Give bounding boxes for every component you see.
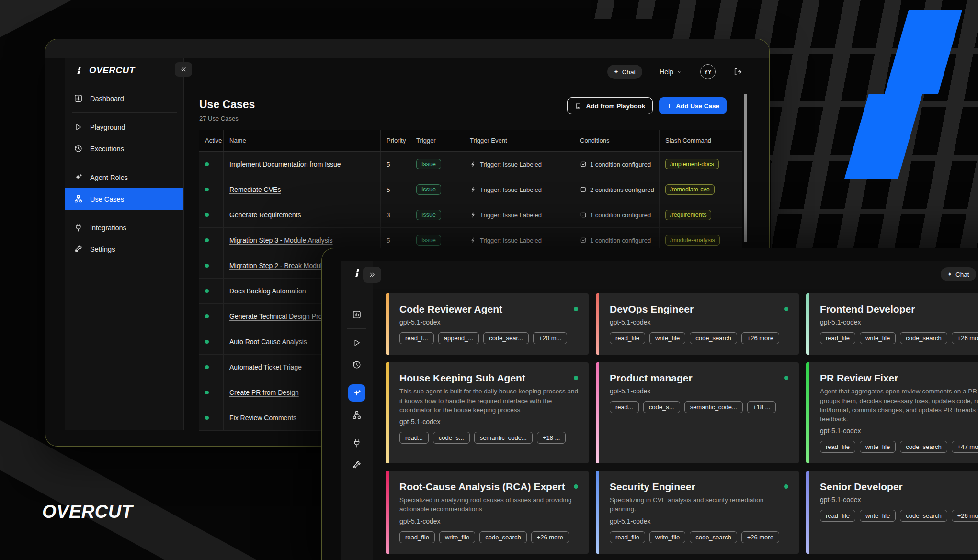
use-case-name-link[interactable]: Generate Requirements: [229, 211, 301, 219]
chat-button[interactable]: ✦ Chat: [941, 267, 976, 281]
table-row[interactable]: Implement Documentation from Issue5Issue…: [199, 152, 742, 177]
agent-card-title: Security Engineer: [610, 481, 695, 493]
sidebar-item-dashboard[interactable]: Dashboard: [65, 88, 183, 109]
overcut-slash-icon: [74, 65, 83, 76]
agent-status-dot: [784, 376, 788, 380]
collapse-sidebar-button[interactable]: [175, 62, 192, 77]
trigger-event-text: Trigger: Issue Labeled: [480, 212, 542, 219]
chevron-down-icon: [676, 68, 683, 75]
agent-roles-window: ✦ Chat Help Code Reviewer Agentgpt-5.1-c…: [321, 248, 978, 560]
chat-button[interactable]: ✦ Chat: [607, 65, 643, 79]
agent-card-senior-developer[interactable]: Senior Developergpt-5.1-codexread_filewr…: [806, 471, 978, 554]
rail-item-sparkle[interactable]: [348, 384, 365, 402]
sidebar-item-integrations[interactable]: Integrations: [65, 217, 183, 238]
rail-item-play[interactable]: [346, 332, 368, 354]
dashboard-icon: [352, 310, 362, 319]
column-header-trigger-event: Trigger Event: [464, 130, 574, 151]
sidebar-item-executions[interactable]: Executions: [65, 138, 183, 159]
scrollbar-thumb[interactable]: [744, 94, 747, 242]
tool-chip: code_s...: [643, 401, 680, 413]
logout-icon[interactable]: [733, 67, 742, 77]
agent-card-devops-engineer[interactable]: DevOps Engineergpt-5.1-codexread_filewri…: [596, 293, 799, 355]
trigger-event-text: Trigger: Issue Labeled: [480, 237, 542, 244]
rail-item-plug[interactable]: [346, 432, 368, 454]
table-row[interactable]: Generate Requirements3IssueTrigger: Issu…: [199, 202, 742, 228]
active-status-dot: [205, 188, 209, 191]
agent-card-product-manager[interactable]: Product managergpt-5.1-codexread...code_…: [596, 362, 799, 463]
use-case-name-link[interactable]: Remediate CVEs: [229, 186, 281, 193]
book-icon: [575, 102, 582, 110]
tool-chip: +26 more: [741, 332, 779, 344]
agent-model: gpt-5.1-codex: [610, 387, 788, 395]
sidebar-item-agent-roles[interactable]: Agent Roles: [65, 167, 183, 188]
orgchart-icon: [74, 194, 83, 203]
help-menu[interactable]: Help: [660, 68, 683, 76]
rail-item-history[interactable]: [346, 354, 368, 376]
use-case-name-link[interactable]: Create PR from Design: [229, 389, 299, 396]
sidebar-item-use-cases[interactable]: Use Cases: [65, 188, 183, 210]
priority-value: 5: [387, 237, 390, 244]
avatar[interactable]: YY: [700, 64, 716, 79]
active-status-dot: [205, 416, 209, 420]
agent-card-frontend-developer[interactable]: Frontend Developergpt-5.1-codexread_file…: [806, 293, 978, 355]
agent-card-security-engineer[interactable]: Security EngineerSpecializing in CVE ana…: [596, 471, 799, 554]
sidebar-item-label: Settings: [90, 246, 115, 253]
sidebar-item-settings[interactable]: Settings: [65, 238, 183, 260]
app-header: ✦ Chat Help: [373, 261, 978, 289]
tool-chip: write_file: [860, 441, 896, 453]
rail-item-tools[interactable]: [346, 454, 368, 476]
window-top-strip: [45, 39, 769, 58]
table-header-row: ActiveNamePriorityTriggerTrigger EventCo…: [199, 130, 742, 152]
overcut-slash-icon: [352, 267, 362, 279]
dashboard-icon: [74, 94, 83, 103]
active-status-dot: [205, 391, 209, 394]
tool-chip: code_search: [690, 531, 737, 543]
agent-card-title: PR Review Fixer: [820, 372, 898, 384]
agent-card-pr-review-fixer[interactable]: PR Review FixerAgent that aggregates ope…: [806, 362, 978, 463]
use-case-name-link[interactable]: Fix Review Comments: [229, 414, 296, 422]
plug-icon: [352, 438, 362, 448]
active-status-dot: [205, 314, 209, 318]
use-case-name-link[interactable]: Implement Documentation from Issue: [229, 160, 341, 168]
use-case-name-link[interactable]: Auto Root Cause Analysis: [229, 338, 307, 346]
agent-tools: read_filewrite_filecode_search+26 more: [820, 510, 978, 522]
add-from-playbook-button[interactable]: Add from Playbook: [567, 97, 653, 114]
slash-command-badge: /remediate-cve: [665, 184, 715, 195]
agent-card-house-keeping-sub-agent[interactable]: House Keeping Sub AgentThis sub agent is…: [386, 362, 589, 463]
card-accent-bar: [806, 362, 809, 463]
use-case-name-link[interactable]: Migration Step 2 - Break Modul: [229, 262, 322, 269]
agent-model: gpt-5.1-codex: [820, 318, 978, 326]
agent-tools: read_filewrite_filecode_search+26 more: [399, 531, 578, 543]
card-accent-bar: [806, 471, 809, 554]
sidebar-item-label: Executions: [90, 145, 124, 153]
rail-item-dashboard[interactable]: [346, 303, 368, 325]
expand-sidebar-button[interactable]: [363, 267, 381, 283]
add-use-case-button[interactable]: Add Use Case: [659, 97, 727, 114]
tool-chip: read_file: [820, 510, 855, 522]
agent-card-root-cause-analysis-rca-expert[interactable]: Root-Cause Analysis (RCA) ExpertSpeciali…: [386, 471, 589, 554]
rail-item-orgchart[interactable]: [346, 404, 368, 426]
use-case-name-link[interactable]: Migration Step 3 - Module Analysis: [229, 236, 333, 244]
active-status-dot: [205, 365, 209, 369]
chat-label: Chat: [955, 271, 969, 278]
sidebar-item-label: Dashboard: [90, 95, 124, 102]
tool-chip: write_file: [649, 332, 685, 344]
agent-description: This sub agent is built for the daily ho…: [399, 387, 578, 414]
use-case-name-link[interactable]: Automated Ticket Triage: [229, 363, 302, 371]
slash-command-badge: /requirements: [665, 210, 711, 220]
sidebar-item-playground[interactable]: Playground: [65, 116, 183, 138]
marketing-canvas: { "colors": { "accent_blue": "#1766f2", …: [0, 0, 978, 560]
use-case-name-link[interactable]: Docs Backlog Automation: [229, 287, 306, 295]
table-row[interactable]: Remediate CVEs5IssueTrigger: Issue Label…: [199, 177, 742, 202]
agent-model: gpt-5.1-codex: [399, 418, 578, 426]
add-label: Add Use Case: [676, 102, 719, 110]
agent-tools: read_filewrite_filecode_search+47 more: [820, 441, 978, 453]
agent-card-code-reviewer-agent[interactable]: Code Reviewer Agentgpt-5.1-codexread_f..…: [386, 293, 589, 355]
orgchart-icon: [352, 410, 362, 420]
sidebar-item-label: Playground: [90, 123, 125, 131]
tool-chip: read_file: [610, 332, 645, 344]
active-status-dot: [205, 289, 209, 293]
use-case-name-link[interactable]: Generate Technical Design Pro: [229, 313, 322, 320]
tools-icon: [74, 245, 83, 254]
priority-value: 5: [387, 186, 390, 193]
